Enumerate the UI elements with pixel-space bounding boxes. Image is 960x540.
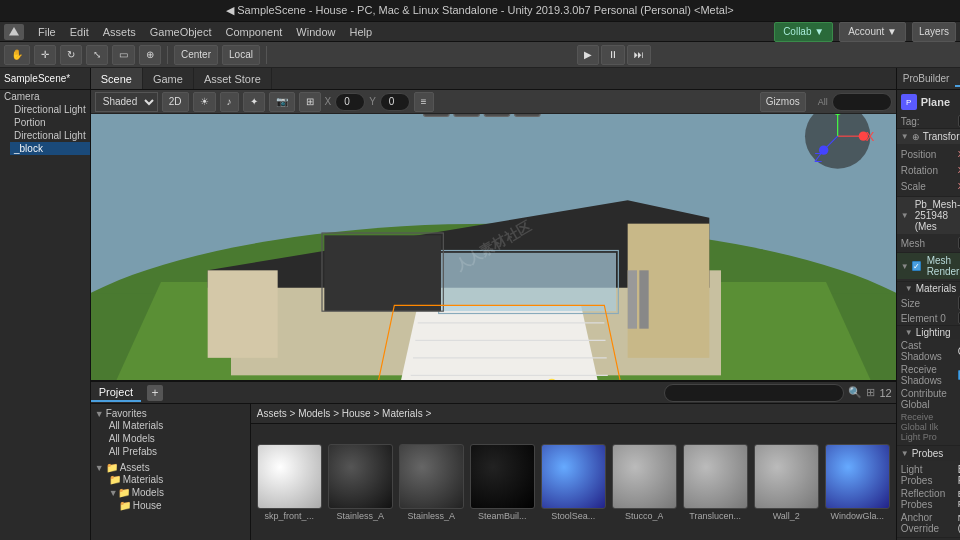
- asset-item[interactable]: Stainless_A: [399, 444, 464, 521]
- scene-cam-btn[interactable]: 📷: [269, 92, 295, 112]
- mesh-renderer-content: ▼ Materials Size 1 Element 0 ProBuil ▼: [897, 279, 960, 445]
- asset-thumbnail: [683, 444, 748, 509]
- mesh-renderer-enable[interactable]: ✓: [912, 261, 921, 271]
- tab-probuilder[interactable]: ProBuilder: [897, 71, 956, 86]
- fav-all-materials[interactable]: All Materials: [105, 419, 246, 432]
- cast-shadows-label: Cast Shadows: [901, 340, 956, 362]
- rect-tool[interactable]: ▭: [112, 45, 135, 65]
- hierarchy-portion[interactable]: Portion: [10, 116, 90, 129]
- cast-shadows-row: Cast Shadows On: [897, 339, 960, 363]
- fav-all-models[interactable]: All Models: [105, 432, 246, 445]
- lighting-label: Lighting: [916, 327, 951, 338]
- transform-header[interactable]: ▼ ⊕ Transform: [897, 128, 960, 144]
- project-options[interactable]: ⊞: [866, 386, 875, 399]
- 2d-button[interactable]: 2D: [162, 92, 189, 112]
- probes-header[interactable]: ▼ Probes: [897, 445, 960, 461]
- tab-project[interactable]: Project: [91, 384, 141, 402]
- svg-rect-36: [454, 114, 480, 116]
- asset-label: skp_front_...: [264, 511, 314, 521]
- assets-label: Assets: [120, 462, 150, 473]
- combo-tool[interactable]: ⊕: [139, 45, 161, 65]
- menu-edit[interactable]: Edit: [66, 25, 93, 39]
- project-breadcrumb: Assets > Models > House > Materials >: [251, 404, 896, 424]
- size-row: Size 1: [897, 295, 960, 311]
- gizmos-button[interactable]: Gizmos: [760, 92, 806, 112]
- assets-header[interactable]: ▼ 📁 Assets: [95, 462, 246, 473]
- light-probes-label: Light Probes: [901, 464, 956, 486]
- collab-button[interactable]: Collab ▼: [774, 22, 833, 42]
- account-button[interactable]: Account ▼: [839, 22, 906, 42]
- reflection-probes-row: Reflection Probes Blend Pro: [897, 487, 960, 511]
- assets-models[interactable]: ▼📁Models: [105, 486, 246, 499]
- asset-item[interactable]: Wall_2: [754, 444, 819, 521]
- light-probes-row: Light Probes Blend Pro: [897, 463, 960, 487]
- menu-gameobject[interactable]: GameObject: [146, 25, 216, 39]
- assets-house[interactable]: 📁House: [115, 499, 246, 512]
- add-asset-button[interactable]: +: [147, 385, 163, 401]
- play-button[interactable]: ▶: [577, 45, 599, 65]
- tab-asset-store[interactable]: Asset Store: [194, 68, 272, 89]
- pivot-local[interactable]: Local: [222, 45, 260, 65]
- title-text: ◀ SampleScene - House - PC, Mac & Linux …: [226, 4, 734, 17]
- layers-button[interactable]: Layers: [912, 22, 956, 42]
- favorites-header[interactable]: ▼ Favorites: [95, 408, 246, 419]
- hand-tool[interactable]: ✋: [4, 45, 30, 65]
- svg-marker-9: [394, 305, 604, 380]
- asset-item[interactable]: WindowGla...: [825, 444, 890, 521]
- audio-toggle[interactable]: ♪: [220, 92, 239, 112]
- shading-select[interactable]: Shaded: [95, 92, 158, 112]
- mesh-filter-header[interactable]: ▼ Pb_Mesh-251948 (Mes: [897, 196, 960, 234]
- mesh-renderer-header[interactable]: ▼ ✓ Mesh Renderer: [897, 252, 960, 279]
- asset-thumbnail: [328, 444, 393, 509]
- asset-item[interactable]: Translucen...: [683, 444, 748, 521]
- menu-help[interactable]: Help: [345, 25, 376, 39]
- asset-item[interactable]: Stucco_A: [612, 444, 677, 521]
- project-search[interactable]: [664, 384, 844, 402]
- hierarchy-dir-light[interactable]: Directional Light: [10, 103, 90, 116]
- tag-label: Tag:: [901, 116, 956, 127]
- tab-inspector[interactable]: Inspector: [955, 70, 960, 87]
- position-x-input[interactable]: [335, 93, 365, 111]
- fav-all-prefabs[interactable]: All Prefabs: [105, 445, 246, 458]
- tab-scene[interactable]: Scene: [91, 68, 143, 89]
- menu-assets[interactable]: Assets: [99, 25, 140, 39]
- position-y-input[interactable]: [380, 93, 410, 111]
- asset-item[interactable]: Stainless_A: [328, 444, 393, 521]
- asset-item[interactable]: SteamBuil...: [470, 444, 535, 521]
- step-button[interactable]: ⏭: [627, 45, 651, 65]
- light-toggle[interactable]: ☀: [193, 92, 216, 112]
- fx-toggle[interactable]: ✦: [243, 92, 265, 112]
- scene-search[interactable]: [832, 93, 892, 111]
- materials-subheader[interactable]: ▼ Materials: [897, 281, 960, 295]
- asset-label: Wall_2: [773, 511, 800, 521]
- lighting-subheader[interactable]: ▼ Lighting: [897, 325, 960, 339]
- receive-shadows-label: Receive Shadows: [901, 364, 956, 386]
- hierarchy-title: SampleScene*: [4, 73, 70, 84]
- asset-item[interactable]: StoolSea...: [541, 444, 606, 521]
- pivot-center[interactable]: Center: [174, 45, 218, 65]
- scene-extra-btn[interactable]: ≡: [414, 92, 434, 112]
- scene-viewport[interactable]: X Y Z ⊙ ↗ ⚑ �: [91, 114, 896, 380]
- object-name: Plane: [921, 96, 950, 108]
- hierarchy-camera[interactable]: Camera: [0, 90, 90, 103]
- sep2: [266, 46, 267, 64]
- grid-btn[interactable]: ⊞: [299, 92, 321, 112]
- rotate-tool[interactable]: ↻: [60, 45, 82, 65]
- hierarchy-dir-light2[interactable]: Directional Light: [10, 129, 90, 142]
- search-filter[interactable]: 🔍: [848, 386, 862, 399]
- menu-component[interactable]: Component: [221, 25, 286, 39]
- unity-logo[interactable]: [4, 24, 24, 40]
- scale-tool[interactable]: ⤡: [86, 45, 108, 65]
- menu-window[interactable]: Window: [292, 25, 339, 39]
- tab-game[interactable]: Game: [143, 68, 194, 89]
- inspector-panel: ProBuilder Inspector P Plane Tag: Untagg…: [896, 68, 960, 540]
- move-tool[interactable]: ✛: [34, 45, 56, 65]
- inspector-content: P Plane Tag: Untagged Lay ▼ ⊕ Transform …: [897, 90, 960, 540]
- assets-materials[interactable]: 📁Materials: [105, 473, 246, 486]
- breadcrumb-text: Assets > Models > House > Materials >: [257, 408, 432, 419]
- asset-item[interactable]: skp_front_...: [257, 444, 322, 521]
- menu-file[interactable]: File: [34, 25, 60, 39]
- pause-button[interactable]: ⏸: [601, 45, 625, 65]
- mesh-renderer-label: Mesh Renderer: [927, 255, 960, 277]
- hierarchy-block[interactable]: _block: [10, 142, 90, 155]
